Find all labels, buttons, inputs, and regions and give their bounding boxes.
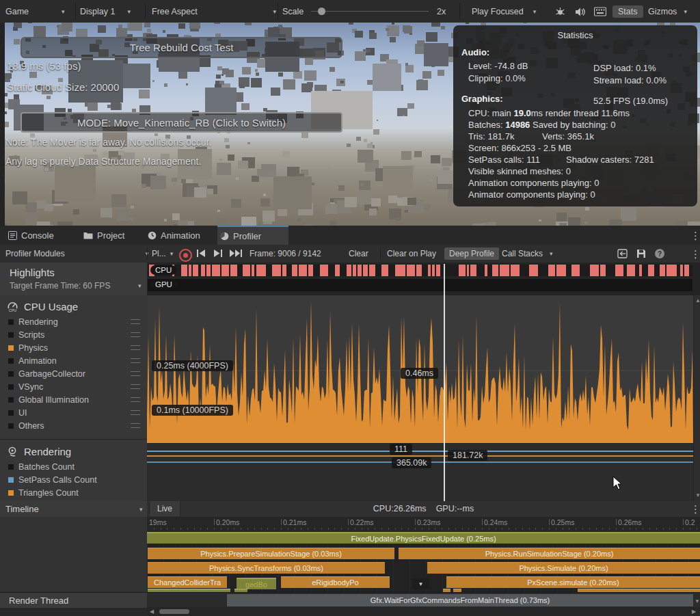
drag-handle-icon[interactable] [131,423,140,428]
legend-color-swatch [8,477,14,483]
rendering-chart[interactable]: 111 181.72k 365.09k [147,443,693,502]
selected-frame-playhead[interactable] [444,264,445,501]
cpu-usage-chart[interactable]: 0.25ms (4000FPS) 0.1ms (10000FPS) 0.46ms [147,295,693,443]
drag-handle-icon[interactable] [131,384,140,389]
legend-item-vsync[interactable]: VSync [0,380,147,393]
legend-item-batches-count[interactable]: Batches Count [0,460,147,473]
scroll-up-icon[interactable]: ▲ [695,297,700,304]
clear-button[interactable]: Clear [349,245,368,263]
drag-handle-icon[interactable] [131,410,140,415]
stats-toggle-button[interactable]: Stats [612,3,643,20]
load-profile-icon[interactable] [617,249,628,258]
expand-group-button[interactable]: ▼ [412,578,429,589]
flame-bar[interactable]: Physics.SyncTransforms (0.03ms) [148,562,385,574]
legend-color-swatch [8,397,14,403]
help-icon[interactable]: ? [655,249,664,258]
legend-item-animation[interactable]: Animation [0,354,147,367]
flame-bar[interactable]: Gfx.WaitForGfxCommandsFromMainThread (0.… [227,594,693,606]
legend-item-setpass-calls-count[interactable]: SetPass Calls Count [0,473,147,486]
highlights-title: Highlights [10,267,55,278]
flame-bar[interactable]: ChangedColliderTra [148,576,227,588]
gizmos-dropdown[interactable]: Gizmos▾ [648,0,687,23]
drag-handle-icon[interactable] [131,345,140,350]
last-frame-button[interactable] [230,250,242,257]
flame-bar[interactable]: Physics.PrepareSimulationStage (0.03ms) [148,548,394,559]
scale-slider-track[interactable] [311,11,429,12]
next-frame-button[interactable] [213,250,222,257]
tab-project[interactable]: Project [81,226,127,245]
legend-item-ui[interactable]: UI [0,406,147,419]
highlights-module-header[interactable]: Highlights Target Frame Time: 60 FPS ▾ [0,263,148,296]
render-thread-row-header[interactable]: Render Thread [0,592,148,608]
tab-profiler[interactable]: Profiler [217,226,288,245]
timeline-view-dropdown[interactable]: Timeline ▾ [0,501,148,518]
drag-handle-icon[interactable] [131,332,140,337]
render-thread-track[interactable]: Gfx.WaitForGfxCommandsFromMainThread (0.… [147,592,700,608]
timeline-ruler[interactable]: 19ms0.20ms0.21ms0.22ms0.23ms0.24ms0.25ms… [147,517,700,532]
display-dropdown[interactable]: Display 1▾ [80,0,131,23]
cpu-usage-module-header[interactable]: CPU CPU Usage [7,301,147,312]
legend-item-physics[interactable]: Physics [0,341,147,354]
scene-title: Tree Rebuild Cost Test [130,42,234,53]
legend-item-rendering[interactable]: Rendering [0,315,147,328]
flame-bar[interactable]: FixedUpdate.PhysicsFixedUpdate (0.25ms) [147,532,700,544]
vertical-scrollbar[interactable]: ▲ ▼ [693,295,700,501]
tab-animation[interactable]: Animation [145,226,203,245]
highlights-tracks[interactable]: CPU GPU [147,263,700,296]
first-frame-button[interactable] [197,250,206,257]
drag-handle-icon[interactable] [131,358,140,363]
game-tab-dropdown[interactable]: Game▾ [5,0,65,23]
scene-title-bar: Tree Rebuild Cost Test [21,37,342,58]
scroll-down-icon[interactable]: ▼ [695,598,700,604]
legend-color-swatch [8,371,14,377]
aspect-ratio-dropdown[interactable]: Free Aspect▾ [152,0,276,23]
ruler-tick-label: 0.24ms [484,518,507,526]
mode-switch-button[interactable]: MODE: Move_Kinematic_RB (Click to Switch… [21,112,342,133]
deep-profile-toggle[interactable]: Deep Profile [444,245,499,263]
drag-handle-icon[interactable] [131,319,140,324]
horizontal-scrollbar[interactable]: ◀ ▶ [147,607,700,616]
record-button[interactable] [179,249,192,262]
legend-color-swatch [8,490,14,496]
graphics-header: Graphics: [461,94,503,104]
keyboard-icon[interactable] [593,5,607,18]
rendering-module-header[interactable]: Rendering [7,446,147,457]
profiler-menu-icon[interactable]: ⋮ [690,249,700,259]
target-frame-time-dropdown[interactable]: Target Frame Time: 60 FPS [10,281,110,291]
flame-bar[interactable]: Physics.RunSimulationStage (0.20ms) [399,548,700,559]
flame-bar[interactable]: PxScene.simulate (0.20ms) [446,576,700,588]
flame-bar[interactable]: eRigidbodyPo [281,576,390,588]
bug-icon[interactable] [554,5,566,18]
batches: Batches: 14986 Saved by batching: 0 [468,120,615,130]
legend-item-triangles-count[interactable]: Triangles Count [0,486,147,499]
profiler-modules-dropdown[interactable]: Profiler Modules▾ [5,245,148,263]
legend-item-global-illumination[interactable]: Global Illumination [0,393,147,406]
clock-icon [148,231,157,240]
flame-bar[interactable]: gedBo [237,578,276,589]
scroll-right-icon[interactable]: ▶ [692,608,696,615]
timeline-flame-graph[interactable]: FixedUpdate.PhysicsFixedUpdate (0.25ms) … [147,531,700,592]
cpu-highlight-track[interactable] [148,265,692,276]
legend-item-garbagecollector[interactable]: GarbageCollector [0,367,147,380]
scroll-down-icon[interactable]: ▼ [695,492,700,498]
play-focused-dropdown[interactable]: Play Focused▾ [472,0,536,23]
scale-slider-knob[interactable] [318,8,325,15]
scroll-left-icon[interactable]: ◀ [150,608,154,615]
clear-on-play-button[interactable]: Clear on Play [387,245,436,263]
play-mode-target-dropdown[interactable]: Pl...▾ [152,245,173,263]
timeline-menu-icon[interactable]: ⋮ [690,504,700,514]
save-profile-icon[interactable] [636,249,646,258]
legend-item-scripts[interactable]: Scripts [0,328,147,341]
tab-menu-icon[interactable]: ⋮ [690,230,700,241]
speaker-icon[interactable] [574,5,587,18]
cloud-size-readout: Static Cloud Size: 20000 [7,81,119,93]
tab-console[interactable]: Console [5,226,57,245]
flame-bar[interactable]: Physics.Simulate (0.20ms) [427,562,700,574]
call-stacks-dropdown[interactable]: Call Stacks▾ [502,245,553,263]
drag-handle-icon[interactable] [131,371,140,376]
game-viewport[interactable]: Tree Rebuild Cost Test 18.9 ms (53 fps) … [0,23,700,226]
gpu-highlight-track[interactable] [148,279,692,291]
scrollbar-thumb[interactable] [159,609,189,614]
drag-handle-icon[interactable] [131,397,140,402]
legend-item-others[interactable]: Others [0,419,147,432]
